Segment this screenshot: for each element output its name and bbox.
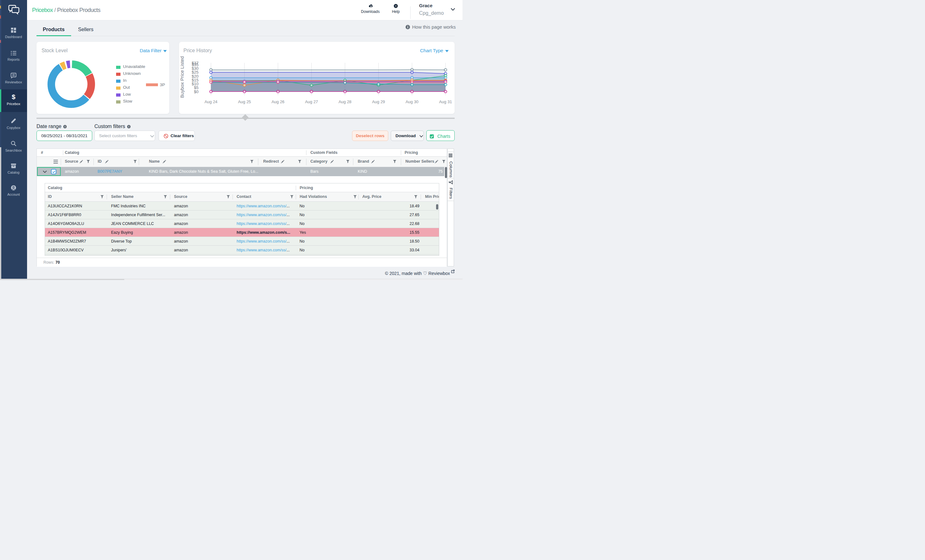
svg-text:Aug 25: Aug 25 — [238, 99, 251, 104]
svg-text:?: ? — [395, 5, 397, 8]
svg-text:Aug 26: Aug 26 — [271, 99, 285, 104]
svg-text:Aug 24: Aug 24 — [205, 99, 217, 104]
svg-text:Aug 28: Aug 28 — [339, 99, 351, 104]
svg-text:Aug 31: Aug 31 — [439, 99, 452, 104]
svg-text:Aug 27: Aug 27 — [305, 99, 318, 104]
svg-text:Aug 30: Aug 30 — [405, 99, 419, 104]
svg-text:$0: $0 — [194, 89, 199, 94]
svg-text:Buybox Price Listed: Buybox Price Listed — [179, 56, 185, 98]
svg-text:Aug 29: Aug 29 — [372, 99, 385, 104]
